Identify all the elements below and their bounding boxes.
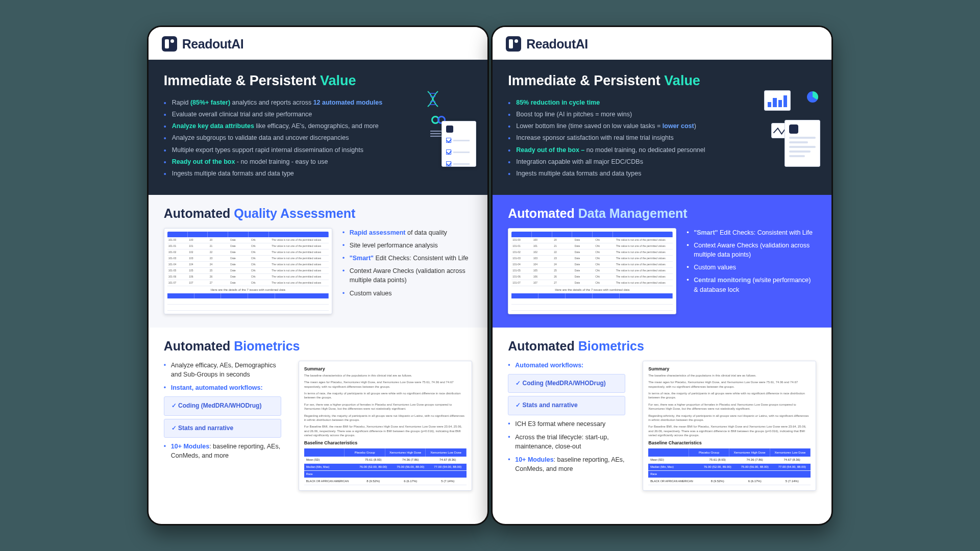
workflow-chip: Coding (MedDRA/WHODrug): [164, 396, 281, 415]
hero-list-item: Analyze subgroups to validate data and u…: [164, 133, 388, 142]
bar-chart-icon: [764, 90, 791, 111]
bullet-item: "Smart" Edit Checks: Consistent with Lif…: [342, 254, 472, 263]
bio-bullet: Instant, automated workflows:: [164, 383, 288, 392]
qa-caption: Here are the details of the 7 issues wit…: [167, 288, 329, 291]
hero-right: Immediate & Persistent Value 85% reducti…: [493, 60, 831, 195]
bio-bullet: 10+ Modules: baseline reporting, AEs, Co…: [508, 455, 632, 473]
bullet-item: Context Aware Checks (validation across …: [687, 241, 816, 259]
hero-title: Immediate & Persistent Value: [164, 73, 472, 89]
bullet-item: Rapid assessment of data quality: [342, 228, 472, 237]
dm-section: Automated Data Management 101-0010020Dat…: [493, 195, 831, 328]
hero-list-item: Evaluate overall clinical trial and site…: [164, 110, 388, 119]
flyer-right: ReadoutAI Immediate & Persistent Value 8…: [491, 26, 833, 525]
hero-list: 85% reduction in cycle timeBoost top lin…: [508, 98, 732, 178]
bio-bullet: Analyze efficacy, AEs, Demographics and …: [164, 361, 288, 379]
bio-screenshot: Summary The baseline characteristics of …: [299, 361, 472, 491]
bio-bullet: Across the trial lifecycle: start-up, ma…: [508, 433, 632, 451]
hero-list-item: Multiple export types support rapid inte…: [164, 145, 388, 155]
dm-bullets: "Smart" Edit Checks: Consistent with Lif…: [687, 228, 816, 314]
workflow-chip: Coding (MedDRA/WHODrug): [508, 374, 625, 393]
hero-list-item: 85% reduction in cycle time: [508, 98, 732, 107]
qa-screenshot: 101-0010020DateChkThe value is not one o…: [164, 228, 332, 314]
brand-name: ReadoutAI: [182, 37, 244, 52]
brand-name: ReadoutAI: [526, 37, 588, 52]
bio-bullets: Automated workflows:Coding (MedDRA/WHODr…: [508, 361, 632, 491]
bullet-item: Custom values: [342, 289, 472, 298]
flyer-left: ReadoutAI Immediate & Persistent Value R…: [147, 26, 489, 525]
logo-icon: [162, 36, 177, 52]
workflow-chip: Stats and narrative: [164, 419, 281, 438]
logo-bar: ReadoutAI: [149, 27, 487, 60]
bio-section-left: Automated Biometrics Analyze efficacy, A…: [149, 328, 487, 504]
bullet-item: Central monitoring (w/site performance) …: [687, 276, 816, 294]
qa-bullets: Rapid assessment of data qualitySite lev…: [342, 228, 472, 314]
bio-section-right: Automated Biometrics Automated workflows…: [493, 328, 831, 504]
bio-bullet: ICH E3 format where necessary: [508, 419, 632, 429]
hero-graphic: [420, 90, 476, 167]
hero-list-item: Ready out of the box - no model training…: [164, 157, 388, 166]
hero-list-item: Analyze key data attributes like efficac…: [164, 121, 388, 131]
bio-bullet: Automated workflows:: [508, 361, 632, 370]
hero-graphic: [764, 90, 820, 167]
bullet-item: Context Aware Checks (validation across …: [342, 266, 472, 285]
dm-caption: Here are the details of the 7 issues wit…: [511, 288, 673, 291]
dna-icon: [425, 90, 440, 108]
qa-title: Automated Quality Assessment: [164, 206, 472, 221]
hero-list-item: Ingests multiple data formats and data t…: [508, 169, 732, 178]
workflow-chips: Coding (MedDRA/WHODrug)Stats and narrati…: [508, 374, 632, 415]
hero-title: Immediate & Persistent Value: [508, 73, 816, 89]
dm-title: Automated Data Management: [508, 206, 816, 221]
hero-list-item: Lower bottom line (time saved on low val…: [508, 121, 732, 131]
document-icon: [785, 120, 820, 167]
bullet-item: Site level performance analysis: [342, 241, 472, 250]
hero-list-item: Ready out of the box – no model training…: [508, 145, 732, 155]
hero-list-item: Rapid (85%+ faster) analytics and report…: [164, 98, 388, 107]
hero-list-item: Boost top line (AI in pitches = more win…: [508, 110, 732, 119]
bio-screenshot: Summary The baseline characteristics of …: [643, 361, 816, 491]
pie-chart-icon: [807, 91, 818, 103]
bullet-item: "Smart" Edit Checks: Consistent with Lif…: [687, 228, 816, 237]
hero-list-item: Ingests multiple data formats and data t…: [164, 169, 388, 178]
hero-list-item: Increase sponsor satisfaction with real …: [508, 133, 732, 142]
bio-bullet: 10+ Modules: baseline reporting, AEs, Co…: [164, 442, 288, 460]
logo-icon: [506, 36, 521, 52]
logo-bar: ReadoutAI: [493, 27, 831, 60]
hero-list-item: Integration capable with all major EDC/C…: [508, 157, 732, 166]
hero-list: Rapid (85%+ faster) analytics and report…: [164, 98, 388, 178]
bio-title: Automated Biometrics: [164, 339, 472, 354]
stage: ReadoutAI Immediate & Persistent Value R…: [147, 26, 833, 525]
checklist-card-icon: [442, 121, 476, 167]
workflow-chip: Stats and narrative: [508, 396, 625, 415]
hero-left: Immediate & Persistent Value Rapid (85%+…: [149, 60, 487, 195]
bullet-item: Custom values: [687, 263, 816, 272]
dm-screenshot: 101-0010020DateChkThe value is not one o…: [508, 228, 676, 314]
bio-title: Automated Biometrics: [508, 339, 816, 354]
qa-section: Automated Quality Assessment 101-0010020…: [149, 195, 487, 328]
workflow-chips: Coding (MedDRA/WHODrug)Stats and narrati…: [164, 396, 288, 438]
bio-bullets: Analyze efficacy, AEs, Demographics and …: [164, 361, 288, 491]
